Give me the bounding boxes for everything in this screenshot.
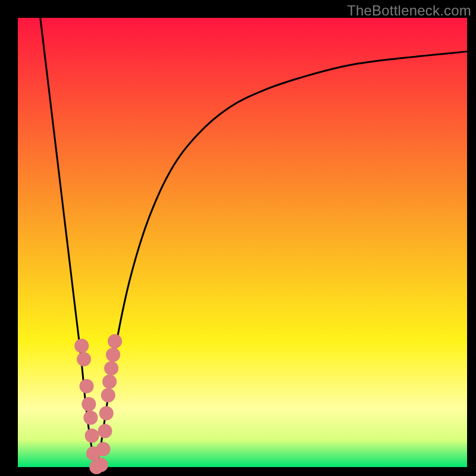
marker-dot — [85, 428, 99, 443]
marker-dot — [94, 458, 108, 472]
marker-dot — [99, 406, 114, 420]
marker-dot — [74, 339, 89, 353]
bottleneck-chart — [0, 0, 476, 476]
marker-dot — [101, 388, 115, 402]
marker-dot — [82, 397, 96, 411]
marker-dot — [83, 411, 98, 425]
marker-dot — [102, 375, 117, 389]
marker-dot — [77, 352, 91, 367]
marker-dot — [96, 442, 110, 456]
marker-dot — [108, 334, 122, 349]
marker-dot — [98, 424, 112, 439]
marker-dot — [80, 379, 94, 393]
marker-dot — [104, 361, 118, 375]
attribution-watermark: TheBottleneck.com — [347, 2, 471, 19]
marker-dot — [106, 347, 120, 362]
chart-frame: TheBottleneck.com — [0, 0, 476, 476]
